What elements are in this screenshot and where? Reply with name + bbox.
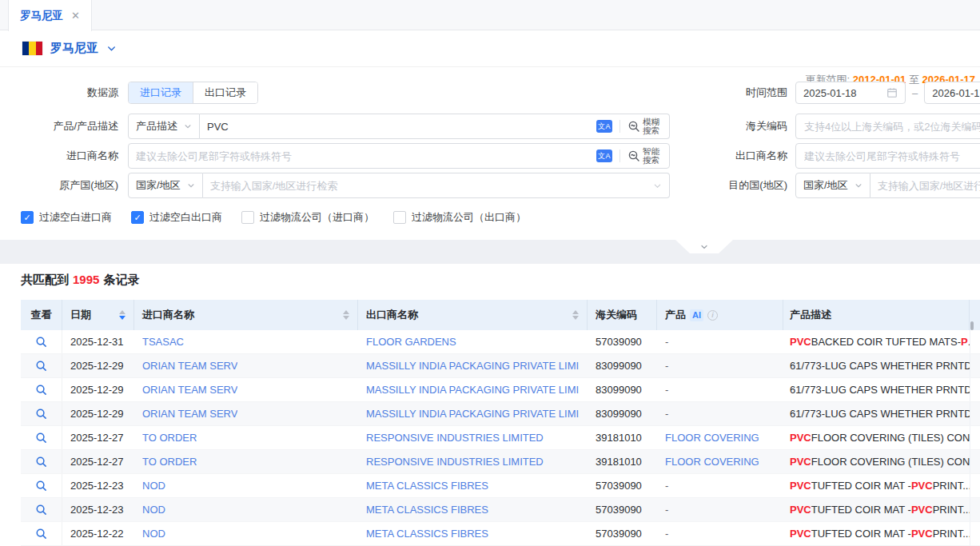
exporter-link[interactable]: MASSILLY INDIA PACKAGING PRIVATE LIMI... <box>366 408 580 420</box>
exporter-cell: META CLASSICS FIBRES <box>358 498 588 521</box>
exporter-link[interactable]: META CLASSICS FIBRES <box>366 480 488 492</box>
exporter-cell: META CLASSICS FIBRES <box>358 522 588 545</box>
checkbox-unchecked-icon[interactable] <box>241 211 254 224</box>
product-link[interactable]: FLOOR COVERING <box>665 432 759 444</box>
exporter-link[interactable]: MASSILLY INDIA PACKAGING PRIVATE LIMI... <box>366 360 580 372</box>
sort-desc-icon[interactable] <box>343 316 349 320</box>
view-cell <box>21 426 62 449</box>
sort-asc-icon[interactable] <box>119 310 125 314</box>
view-search-icon[interactable] <box>35 480 47 492</box>
view-search-icon[interactable] <box>35 336 47 348</box>
importer-link[interactable]: NOD <box>142 480 165 492</box>
origin-type-select[interactable]: 国家/地区 <box>128 173 203 198</box>
destination-country-input[interactable] <box>878 180 980 192</box>
product-type-select[interactable]: 产品描述 <box>128 114 200 139</box>
chevron-down-icon[interactable] <box>106 43 117 54</box>
view-search-icon[interactable] <box>35 408 47 420</box>
filter-checkbox[interactable]: ✓过滤空白出口商 <box>131 210 222 225</box>
exporter-link[interactable]: META CLASSICS FIBRES <box>366 504 488 516</box>
product-cell: - <box>657 330 783 353</box>
close-icon[interactable]: ✕ <box>71 10 80 22</box>
product-input[interactable] <box>207 121 596 133</box>
desc-highlight: PVC <box>790 480 811 492</box>
view-search-icon[interactable] <box>35 432 47 444</box>
date-start-input[interactable]: 2025-01-18 <box>795 82 906 104</box>
exporter-link[interactable]: META CLASSICS FIBRES <box>366 528 488 540</box>
hs-code-cell: 39181010 <box>588 426 657 449</box>
filter-checkbox-label: 过滤空白进口商 <box>39 210 112 225</box>
checkbox-unchecked-icon[interactable] <box>393 211 406 224</box>
importer-link[interactable]: TSASAC <box>142 336 184 348</box>
importer-input[interactable] <box>136 150 596 162</box>
view-search-icon[interactable] <box>35 384 47 396</box>
desc-highlight: PVC <box>911 528 933 540</box>
product-dash: - <box>665 480 668 492</box>
segment-export-records[interactable]: 出口记录 <box>193 82 257 103</box>
importer-link[interactable]: TO ORDER <box>142 456 197 468</box>
importer-link[interactable]: NOD <box>142 528 165 540</box>
exporter-input[interactable] <box>795 143 980 169</box>
filter-checkbox-label: 过滤物流公司（进口商） <box>260 210 374 225</box>
page-title[interactable]: 罗马尼亚 <box>50 41 98 56</box>
sort-desc-icon[interactable] <box>572 316 579 320</box>
hs-code-value: 39181010 <box>596 456 642 468</box>
translate-icon[interactable]: 文A <box>596 120 612 133</box>
column-header-product: 产品AIi <box>657 300 783 330</box>
importer-link[interactable]: ORIAN TEAM SERV <box>142 360 237 372</box>
sort-control[interactable] <box>337 310 349 320</box>
smart-search-icon <box>627 149 640 162</box>
smart-search-label: 智能搜索 <box>643 147 662 165</box>
calendar-icon[interactable] <box>886 87 898 98</box>
exporter-link[interactable]: RESPONSIVE INDUSTRIES LIMITED <box>366 432 544 444</box>
checkbox-checked-icon[interactable]: ✓ <box>21 211 34 224</box>
chevron-down-icon <box>699 242 710 252</box>
exporter-link[interactable]: MASSILLY INDIA PACKAGING PRIVATE LIMI... <box>366 384 580 396</box>
segment-import-records[interactable]: 进口记录 <box>129 82 193 103</box>
info-icon[interactable]: i <box>707 310 718 321</box>
filter-checkbox[interactable]: 过滤物流公司（进口商） <box>241 210 374 225</box>
date-end-input[interactable]: 2026-01-17 <box>924 82 980 104</box>
fuzzy-search-button[interactable]: 模糊搜索 <box>627 118 662 135</box>
exporter-cell: MASSILLY INDIA PACKAGING PRIVATE LIMI... <box>358 354 588 377</box>
chevron-down-icon <box>184 122 192 130</box>
hs-code-value: 39181010 <box>596 432 642 444</box>
view-search-icon[interactable] <box>35 528 47 540</box>
view-search-icon[interactable] <box>35 504 47 516</box>
importer-link[interactable]: ORIAN TEAM SERV <box>142 408 237 420</box>
importer-link[interactable]: NOD <box>142 504 165 516</box>
importer-link[interactable]: ORIAN TEAM SERV <box>142 384 237 396</box>
sort-control[interactable] <box>566 310 579 320</box>
sort-asc-icon[interactable] <box>343 310 349 314</box>
filter-checkbox-label: 过滤空白出口商 <box>149 210 222 225</box>
product-link[interactable]: FLOOR COVERING <box>665 456 759 468</box>
column-header-date[interactable]: 日期 <box>62 300 134 330</box>
filter-checkbox[interactable]: 过滤物流公司（出口商） <box>393 210 526 225</box>
scrollbar-thumb[interactable] <box>970 321 974 330</box>
checkbox-checked-icon[interactable]: ✓ <box>131 211 144 224</box>
collapse-filter-button[interactable] <box>675 240 733 253</box>
view-search-icon[interactable] <box>35 456 47 468</box>
origin-country-input[interactable] <box>210 180 653 192</box>
tab-romania[interactable]: 罗马尼亚 ✕ <box>8 0 92 31</box>
product-desc-cell: PVC FLOOR COVERING (TILES) CONT... <box>783 450 970 473</box>
sort-desc-icon[interactable] <box>119 316 125 320</box>
view-search-icon[interactable] <box>35 360 47 372</box>
exporter-link[interactable]: RESPONSIVE INDUSTRIES LIMITED <box>366 456 544 468</box>
product-cell: - <box>657 378 783 401</box>
hs-code-value: 57039090 <box>596 504 642 516</box>
column-header-importer[interactable]: 进口商名称 <box>134 300 358 330</box>
exporter-link[interactable]: FLOOR GARDENS <box>366 336 456 348</box>
sort-control[interactable] <box>113 310 125 320</box>
smart-search-button[interactable]: 智能搜索 <box>627 147 662 165</box>
translate-icon[interactable]: 文A <box>596 149 612 162</box>
filter-checkbox[interactable]: ✓过滤空白进口商 <box>21 210 112 225</box>
desc-text: 61/773-LUG CAPS WHETHER PRNTD... <box>790 408 970 420</box>
hscode-input[interactable] <box>795 114 980 139</box>
destination-type-select[interactable]: 国家/地区 <box>795 173 870 198</box>
destination-label: 目的国(地区) <box>689 178 787 193</box>
desc-text: 61/773-LUG CAPS WHETHER PRNTD... <box>790 384 970 396</box>
sort-asc-icon[interactable] <box>572 310 579 314</box>
hs-code-cell: 57039090 <box>588 498 657 521</box>
column-header-exporter[interactable]: 出口商名称 <box>358 300 588 330</box>
importer-link[interactable]: TO ORDER <box>142 432 197 444</box>
